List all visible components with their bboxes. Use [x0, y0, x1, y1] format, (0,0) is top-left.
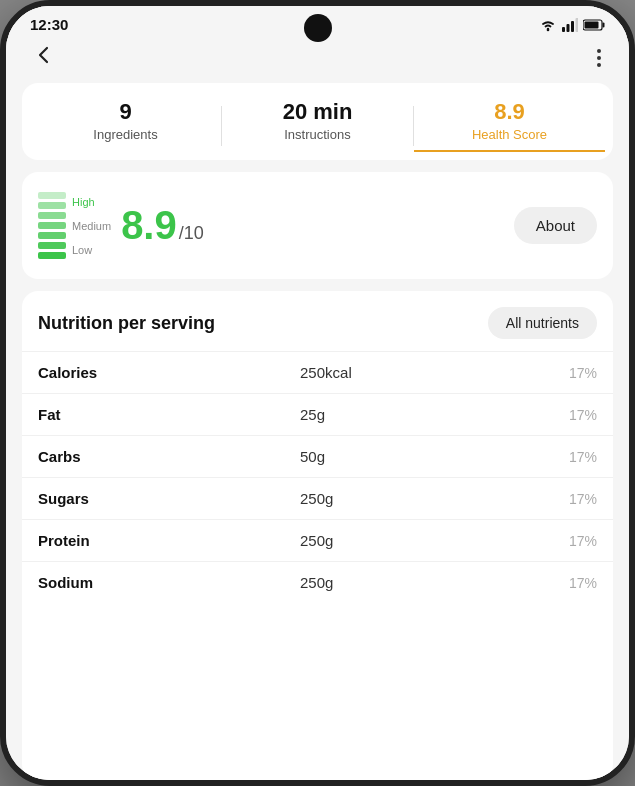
about-button[interactable]: About: [514, 207, 597, 244]
back-icon: [34, 45, 54, 65]
tab-healthscore[interactable]: 8.9 Health Score: [414, 99, 605, 152]
more-button[interactable]: [589, 45, 609, 71]
nutrient-name: Calories: [38, 364, 300, 381]
notch: [304, 14, 332, 42]
nutrient-value: 250kcal: [300, 364, 475, 381]
nutrient-name: Sodium: [38, 574, 300, 591]
dot1: [597, 49, 601, 53]
dot3: [597, 63, 601, 67]
nutrition-title: Nutrition per serving: [38, 313, 215, 334]
nutrient-value: 250g: [300, 490, 475, 507]
nutrition-table: Calories 250kcal 17% Fat 25g 17% Carbs 5…: [22, 351, 613, 603]
dot2: [597, 56, 601, 60]
instructions-label: Instructions: [284, 127, 350, 142]
nutrient-value: 250g: [300, 574, 475, 591]
nutrient-pct: 17%: [475, 407, 597, 423]
phone-frame: 12:30: [0, 0, 635, 786]
nutrient-pct: 17%: [475, 365, 597, 381]
svg-rect-2: [567, 24, 570, 32]
back-button[interactable]: [26, 41, 62, 75]
nutrient-pct: 17%: [475, 533, 597, 549]
level-medium-label: Medium: [72, 220, 111, 232]
signal-icon: [562, 18, 578, 32]
tab-ingredients[interactable]: 9 Ingredients: [30, 99, 221, 152]
score-outof: /10: [179, 223, 204, 244]
nutrition-row: Carbs 50g 17%: [22, 435, 613, 477]
score-section: High Medium Low 8.9 /10 About: [22, 172, 613, 279]
ingredients-value: 9: [119, 99, 131, 125]
nutrition-row: Fat 25g 17%: [22, 393, 613, 435]
nutrient-name: Carbs: [38, 448, 300, 465]
svg-rect-7: [585, 21, 599, 28]
phone-screen: 12:30: [6, 6, 629, 780]
score-left: High Medium Low 8.9 /10: [38, 192, 204, 259]
top-nav: [6, 37, 629, 83]
level-high-label: High: [72, 196, 111, 208]
summary-tabs: 9 Ingredients 20 min Instructions 8.9 He…: [30, 99, 605, 152]
score-value: 8.9: [121, 203, 177, 248]
nutrition-section: Nutrition per serving All nutrients Calo…: [22, 291, 613, 780]
svg-point-0: [547, 28, 550, 31]
tab-instructions[interactable]: 20 min Instructions: [222, 99, 413, 152]
all-nutrients-button[interactable]: All nutrients: [488, 307, 597, 339]
nutrition-header: Nutrition per serving All nutrients: [22, 307, 613, 351]
nutrition-row: Calories 250kcal 17%: [22, 351, 613, 393]
nutrition-row: Protein 250g 17%: [22, 519, 613, 561]
wifi-icon: [539, 18, 557, 32]
level-low-label: Low: [72, 244, 111, 256]
nutrient-name: Sugars: [38, 490, 300, 507]
nutrient-pct: 17%: [475, 575, 597, 591]
battery-icon: [583, 19, 605, 31]
status-time: 12:30: [30, 16, 68, 33]
nutrient-value: 250g: [300, 532, 475, 549]
ingredients-label: Ingredients: [93, 127, 157, 142]
svg-rect-3: [571, 21, 574, 32]
nutrient-name: Protein: [38, 532, 300, 549]
nutrient-value: 50g: [300, 448, 475, 465]
healthscore-value: 8.9: [494, 99, 525, 125]
svg-rect-1: [562, 27, 565, 32]
nutrient-name: Fat: [38, 406, 300, 423]
summary-card: 9 Ingredients 20 min Instructions 8.9 He…: [22, 83, 613, 160]
svg-rect-4: [576, 18, 579, 32]
nutrient-value: 25g: [300, 406, 475, 423]
instructions-value: 20 min: [283, 99, 353, 125]
status-icons: [539, 18, 605, 32]
healthscore-label: Health Score: [472, 127, 547, 142]
svg-rect-6: [603, 22, 605, 27]
nutrient-pct: 17%: [475, 491, 597, 507]
nutrient-pct: 17%: [475, 449, 597, 465]
nutrition-row: Sugars 250g 17%: [22, 477, 613, 519]
nutrition-row: Sodium 250g 17%: [22, 561, 613, 603]
